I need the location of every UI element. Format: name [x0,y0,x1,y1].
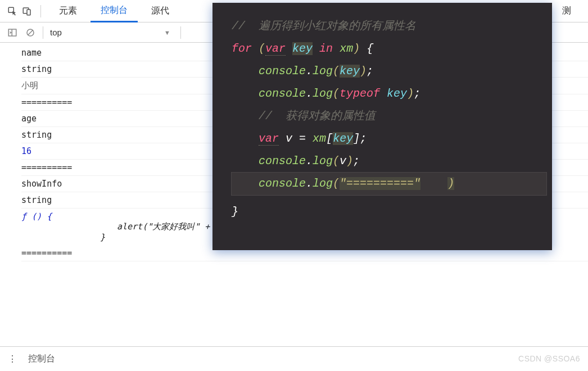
drawer-title[interactable]: 控制台 [28,353,55,365]
editor-line: // 遍历得到小红对象的所有属性名 [232,15,546,38]
kebab-menu-icon[interactable]: ⋮ [8,354,17,364]
editor-line: } [232,195,546,229]
editor-line-active[interactable]: console.log("==========" ) [231,172,547,196]
tab-right-partial[interactable]: 测 [552,0,581,22]
toolbar-separator-2 [180,26,181,39]
tab-sources[interactable]: 源代 [141,0,179,22]
editor-line: for (var key in xm) { [232,38,546,60]
toggle-sidebar-icon[interactable] [7,27,18,38]
watermark: CSDN @SSOA6 [518,354,580,363]
tab-elements[interactable]: 元素 [49,0,87,22]
editor-line: // 获得对象的属性值 [232,105,546,128]
editor-line: console.log(v); [232,150,546,173]
code-editor-overlay: // 遍历得到小红对象的所有属性名 for (var key in xm) { … [212,3,552,250]
context-selector-label: top [50,28,62,37]
context-selector[interactable]: top ▼ [50,28,174,37]
tab-separator [40,5,41,17]
chevron-down-icon: ▼ [164,29,170,36]
clear-console-icon[interactable] [25,27,36,38]
device-toggle-icon[interactable] [21,6,33,17]
editor-line: console.log(typeof key); [232,83,546,105]
drawer-bar: ⋮ 控制台 [0,346,588,371]
svg-rect-2 [27,10,30,15]
editor-line: var v = xm[key]; [232,128,546,150]
tab-console[interactable]: 控制台 [91,0,138,22]
editor-line: console.log(key); [232,60,546,83]
inspect-icon[interactable] [7,6,18,17]
fn-head: ƒ () { [21,211,52,221]
toolbar-separator [43,26,43,39]
